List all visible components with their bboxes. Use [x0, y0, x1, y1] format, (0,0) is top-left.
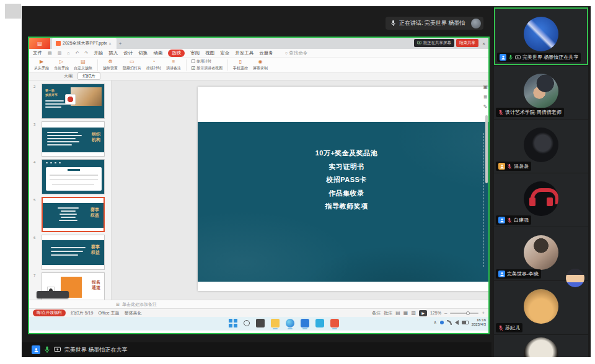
- hide-slide-button[interactable]: ▭隐藏幻灯片: [123, 58, 141, 71]
- vertical-scrollbar[interactable]: [485, 115, 488, 183]
- file-explorer-icon[interactable]: [271, 319, 280, 327]
- phone-remote-button[interactable]: ▯手机遥控: [233, 58, 248, 71]
- menu-design[interactable]: 设计: [123, 50, 133, 56]
- timer-icon: ◔: [151, 58, 157, 65]
- normal-view-icon[interactable]: ▤: [395, 310, 400, 316]
- slideshow-button[interactable]: ▶: [419, 310, 427, 316]
- menu-view[interactable]: 视图: [205, 50, 214, 56]
- thumbnail-slide-chart[interactable]: [42, 159, 105, 194]
- thumb1-qr-code: [65, 94, 76, 105]
- thumbnail-slide-benefits-selected[interactable]: 赛事权益: [42, 197, 105, 232]
- slide-canvas[interactable]: 10万+奖金及奖品池 实习证明书 校招PASS卡 作品集收录 指导教师奖项 赛事…: [198, 87, 488, 291]
- search-icon[interactable]: [244, 320, 250, 326]
- presenter-view-checkbox[interactable]: ✓显示演讲者视图: [192, 66, 223, 71]
- participant-tile-partial[interactable]: [494, 335, 588, 357]
- redo-icon[interactable]: ↷: [84, 51, 88, 56]
- participant-tile-zhouqianqian[interactable]: 设计艺术学院-周倩倩老师: [494, 66, 588, 119]
- participant-name: 设计艺术学院-周倩倩老师: [505, 109, 562, 116]
- notes-expand-icon[interactable]: ⊞: [116, 302, 120, 307]
- comment-panel-icon[interactable]: ✎: [483, 104, 488, 110]
- custom-show-button[interactable]: ▤自定义放映: [74, 58, 92, 71]
- use-timing-checkbox[interactable]: 使用计时: [192, 59, 223, 64]
- thumb6-title2: 通道: [92, 285, 100, 290]
- participant-tile-wenniaoniao[interactable]: 温袅袅: [494, 119, 588, 173]
- promo-button[interactable]: 嗨!点开领福利: [33, 310, 66, 316]
- properties-panel-icon[interactable]: ▣: [483, 84, 488, 90]
- docs-app-icon[interactable]: [315, 319, 324, 327]
- menu-transition[interactable]: 切换: [138, 50, 148, 56]
- participant-tile-baijianqiang[interactable]: 白建强: [494, 173, 588, 227]
- task-view-icon[interactable]: [256, 319, 265, 327]
- tray-app-dot[interactable]: [440, 321, 444, 324]
- print-icon[interactable]: ▥: [58, 51, 62, 56]
- slide-thumbnail-panel[interactable]: 2 第一轮 抽奖环节 3: [29, 80, 112, 300]
- preview-icon[interactable]: ⌂: [67, 51, 69, 55]
- battery-icon[interactable]: [462, 321, 469, 324]
- from-current-button[interactable]: ▷当前开始: [54, 58, 69, 71]
- menu-review[interactable]: 审阅: [190, 50, 200, 56]
- thumbnail-slide-organization[interactable]: 组织机构: [42, 121, 105, 157]
- menu-insert[interactable]: 插入: [108, 50, 118, 56]
- participant-tile-yangmoyi[interactable]: 完美世界 杨墨怡正在共享: [494, 7, 588, 65]
- menu-home[interactable]: 开始: [94, 50, 103, 56]
- show-settings-button[interactable]: ⚙放映设置: [103, 58, 118, 71]
- wps-ribbon: ▶从头开始 ▷当前开始 ▤自定义放映 ⚙放映设置 ▭隐藏幻灯片 ◔排练计时 ≡演…: [29, 58, 488, 72]
- sorter-view-icon[interactable]: ▦: [403, 310, 408, 316]
- tab-slides[interactable]: 幻灯片: [77, 72, 100, 80]
- wifi-icon[interactable]: [447, 320, 452, 325]
- menu-security[interactable]: 安全: [220, 50, 229, 56]
- document-tab-title: 2025全球大赛PPT.pptx: [63, 40, 107, 46]
- new-tab-icon[interactable]: +: [119, 41, 122, 46]
- theme-label[interactable]: Office 主题: [98, 310, 119, 316]
- comments-toggle[interactable]: 批注: [384, 310, 392, 316]
- menu-devtools[interactable]: 开发工具: [235, 50, 253, 56]
- mic-muted-icon: [498, 110, 503, 116]
- menu-animation[interactable]: 动画: [153, 50, 162, 56]
- browser-icon[interactable]: [286, 319, 294, 327]
- participant-sidebar[interactable]: 完美世界 杨墨怡正在共享 设计艺术学院-周倩倩老师 温袅袅 白建强: [493, 6, 591, 357]
- find-command[interactable]: ○ 查找命令: [285, 50, 308, 56]
- zoom-in-icon[interactable]: +: [482, 310, 485, 316]
- tray-clock[interactable]: 16:16 2025/4/3: [472, 318, 486, 327]
- zoom-slider[interactable]: [450, 313, 478, 314]
- save-icon[interactable]: ▤: [48, 51, 52, 56]
- mic-on-icon[interactable]: [44, 346, 50, 353]
- undo-icon[interactable]: ↶: [75, 51, 79, 56]
- tray-expand-icon[interactable]: ∧: [434, 320, 437, 325]
- start-button[interactable]: [229, 319, 237, 327]
- zoom-slider-knob[interactable]: [466, 311, 470, 315]
- share-status-text: 您正在共享屏幕: [423, 40, 452, 46]
- wps-app-icon[interactable]: [330, 319, 339, 327]
- close-tab-icon[interactable]: ×: [109, 41, 112, 46]
- from-begin-button[interactable]: ▶从头开始: [34, 58, 49, 71]
- wps-home-button[interactable]: ▤: [29, 38, 50, 49]
- rehearse-button[interactable]: ◔排练计时: [146, 58, 161, 71]
- animation-panel-icon[interactable]: ≣: [483, 94, 488, 100]
- speaker-notes-button[interactable]: ≡演讲备注: [166, 58, 181, 71]
- reaction-avatar: [566, 269, 584, 287]
- close-icon[interactable]: ×: [482, 41, 485, 46]
- beautify-button[interactable]: 整体美化: [125, 310, 142, 316]
- screen-record-button[interactable]: ◉屏幕录制: [253, 58, 268, 71]
- zoom-out-icon[interactable]: –: [444, 310, 447, 316]
- reading-view-icon[interactable]: ▥: [411, 310, 416, 316]
- stop-share-button[interactable]: 结束共享: [456, 39, 478, 47]
- stop-share-text: 结束共享: [459, 40, 475, 46]
- tab-outline[interactable]: 大纲: [64, 73, 73, 79]
- menu-cloud[interactable]: 云服务: [259, 50, 273, 56]
- document-tab[interactable]: 2025全球大赛PPT.pptx ×: [52, 38, 117, 49]
- notes-bar[interactable]: ⊞ 单击此处添加备注: [29, 300, 488, 308]
- slide-teal-band: 10万+奖金及奖品池 实习证明书 校招PASS卡 作品集收录 指导教师奖项 赛事…: [198, 122, 488, 282]
- menu-slideshow[interactable]: 放映: [168, 50, 185, 57]
- tray-date: 2025/4/3: [472, 323, 486, 327]
- participant-tile-sufeier[interactable]: 苏妃儿: [494, 281, 588, 334]
- play-outline-icon: ▷: [58, 58, 65, 65]
- menu-file[interactable]: 文件: [33, 50, 42, 56]
- bottom-sharing-label: 完美世界 杨墨怡正在共享: [64, 346, 128, 354]
- meeting-app-icon[interactable]: [301, 319, 309, 327]
- thumbnail-slide-benefits-2[interactable]: 赛事权益: [42, 235, 105, 270]
- benefit-line: 作品集收录: [272, 187, 421, 201]
- thumbnail-slide-lottery[interactable]: 第一轮 抽奖环节: [42, 84, 105, 119]
- volume-icon[interactable]: [455, 320, 459, 325]
- notes-toggle[interactable]: 备注: [372, 310, 381, 316]
